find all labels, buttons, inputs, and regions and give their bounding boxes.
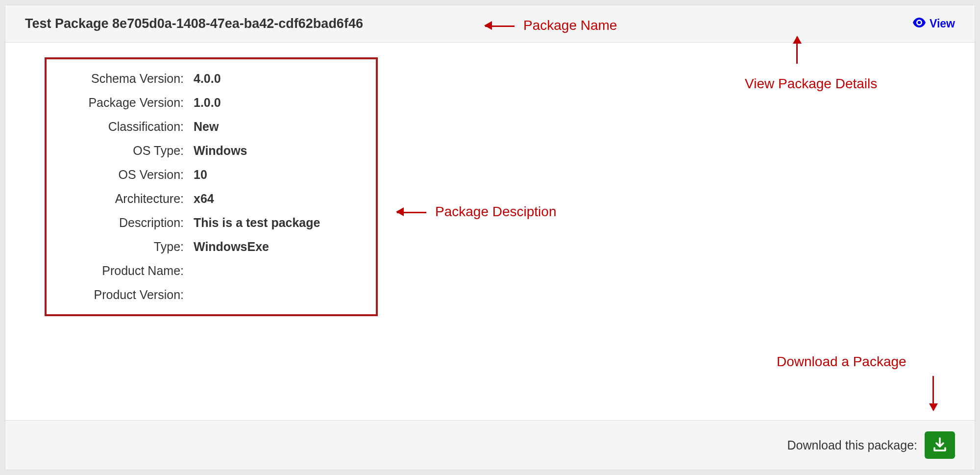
detail-value: 1.0.0 [194, 96, 221, 110]
package-card: Test Package 8e705d0a-1408-47ea-ba42-cdf… [5, 5, 975, 470]
detail-value: 4.0.0 [194, 72, 221, 86]
detail-row: Type: WindowsExe [61, 240, 361, 254]
download-label: Download this package: [787, 438, 917, 452]
detail-row: OS Type: Windows [61, 144, 361, 158]
detail-row: Package Version: 1.0.0 [61, 96, 361, 110]
detail-row: Schema Version: 4.0.0 [61, 72, 361, 86]
detail-value: Windows [194, 144, 247, 158]
detail-row: Product Version: [61, 288, 361, 302]
detail-label: Classification: [61, 120, 194, 134]
detail-row: OS Version: 10 [61, 168, 361, 182]
card-footer: Download this package: [5, 420, 975, 470]
detail-label: Type: [61, 240, 194, 254]
detail-label: Product Name: [61, 264, 194, 278]
svg-point-0 [918, 21, 921, 24]
detail-label: Description: [61, 216, 194, 230]
detail-row: Product Name: [61, 264, 361, 278]
download-icon [932, 437, 947, 453]
eye-icon [913, 17, 926, 30]
card-header: Test Package 8e705d0a-1408-47ea-ba42-cdf… [5, 5, 975, 43]
detail-value: 10 [194, 168, 207, 182]
view-button[interactable]: View [913, 17, 955, 30]
detail-value: This is a test package [194, 216, 320, 230]
detail-label: OS Type: [61, 144, 194, 158]
download-button[interactable] [925, 431, 955, 459]
detail-label: Product Version: [61, 288, 194, 302]
detail-row: Description: This is a test package [61, 216, 361, 230]
detail-value: New [194, 120, 219, 134]
detail-row: Classification: New [61, 120, 361, 134]
detail-row: Architecture: x64 [61, 192, 361, 206]
package-title: Test Package 8e705d0a-1408-47ea-ba42-cdf… [25, 16, 363, 31]
detail-value: WindowsExe [194, 240, 269, 254]
detail-label: Architecture: [61, 192, 194, 206]
detail-label: Schema Version: [61, 72, 194, 86]
detail-label: Package Version: [61, 96, 194, 110]
detail-label: OS Version: [61, 168, 194, 182]
package-details-box: Schema Version: 4.0.0 Package Version: 1… [45, 57, 378, 316]
view-label: View [930, 17, 955, 30]
card-body: Schema Version: 4.0.0 Package Version: 1… [5, 43, 975, 410]
detail-value: x64 [194, 192, 214, 206]
